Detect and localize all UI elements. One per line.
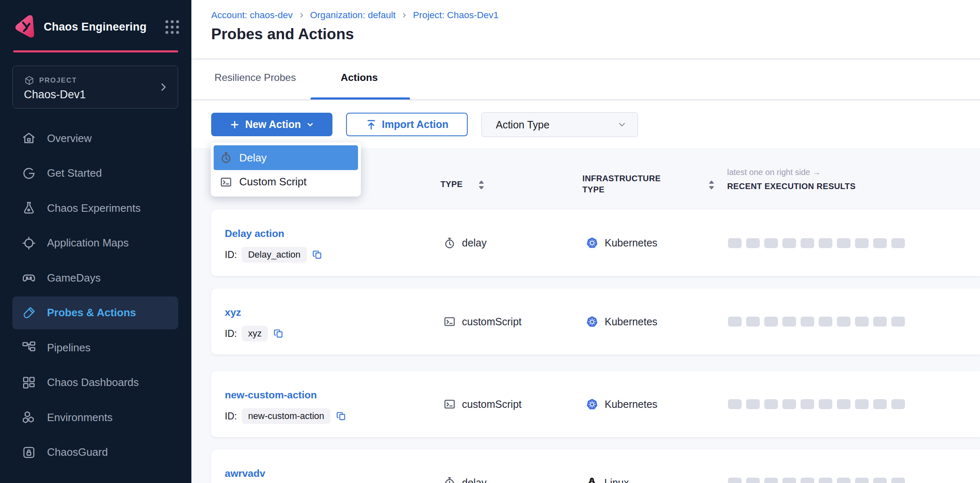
menu-item-delay[interactable]: Delay — [214, 145, 358, 170]
action-name-link[interactable]: awrvadv — [225, 468, 265, 479]
sidebar-item-application-maps[interactable]: Application Maps — [0, 226, 191, 261]
main-content: Account: chaos-dev Organization: default… — [191, 0, 980, 483]
new-action-menu: Delay Custom Script — [211, 142, 361, 197]
execution-result-placeholder — [855, 317, 869, 327]
linux-icon — [586, 476, 598, 483]
sidebar-item-environments[interactable]: Environments — [0, 400, 191, 435]
infrastructure-cell: Kubernetes — [586, 289, 657, 355]
execution-result-placeholder — [801, 238, 814, 248]
sidebar-item-label: Get Started — [47, 167, 102, 180]
type-cell: delay — [443, 450, 487, 483]
execution-result-placeholder — [837, 478, 850, 483]
infrastructure-cell: Kubernetes — [586, 371, 657, 437]
gamepad-icon — [21, 270, 36, 285]
terminal-icon — [220, 176, 232, 188]
home-icon — [21, 131, 36, 146]
flask-icon — [21, 201, 36, 215]
sidebar-item-label: ChaosGuard — [47, 446, 108, 459]
copy-icon[interactable] — [273, 328, 284, 339]
chevron-down-icon — [306, 121, 314, 129]
execution-result-placeholder — [819, 478, 832, 483]
table-row: Delay action ID: Delay_action delay Kube… — [211, 210, 980, 276]
breadcrumb-account-link[interactable]: Account: chaos-dev — [211, 10, 293, 21]
action-type-select[interactable]: Action Type — [481, 112, 638, 137]
chevron-right-icon — [158, 82, 169, 92]
execution-result-placeholder — [873, 238, 887, 248]
execution-result-placeholder — [873, 317, 887, 327]
tab-actions[interactable]: Actions — [341, 72, 378, 83]
action-id-value: xyz — [242, 326, 268, 341]
execution-result-placeholder — [801, 399, 814, 409]
plus-icon — [229, 119, 240, 130]
stopwatch-icon — [443, 476, 456, 483]
execution-result-placeholder — [819, 238, 832, 248]
execution-result-placeholder — [764, 317, 778, 327]
recent-execution-results — [728, 238, 905, 248]
sidebar-item-chaos-experiments[interactable]: Chaos Experiments — [0, 191, 191, 226]
copy-icon[interactable] — [312, 249, 323, 260]
tab-resilience-probes[interactable]: Resilience Probes — [214, 72, 296, 83]
execution-result-placeholder — [746, 478, 760, 483]
sidebar-item-label: Chaos Experiments — [47, 202, 141, 215]
sidebar-item-get-started[interactable]: Get Started — [0, 156, 191, 191]
copy-icon[interactable] — [335, 411, 346, 422]
project-label: PROJECT — [39, 76, 77, 85]
execution-result-placeholder — [801, 317, 814, 327]
breadcrumb-project-link[interactable]: Project: Chaos-Dev1 — [413, 10, 499, 21]
shield-lock-icon — [21, 445, 36, 460]
execution-result-placeholder — [873, 478, 887, 483]
type-value: customScript — [462, 316, 521, 328]
brand-accent-underline — [13, 50, 178, 52]
action-name-link[interactable]: Delay action — [225, 228, 284, 239]
sidebar: Chaos Engineering PROJECT Chaos-Dev1 Ove… — [0, 0, 191, 483]
sidebar-item-probes-and-actions[interactable]: Probes & Actions — [0, 296, 191, 331]
execution-result-placeholder — [855, 399, 869, 409]
action-name-link[interactable]: new-custom-action — [225, 389, 317, 401]
sidebar-item-chaos-dashboards[interactable]: Chaos Dashboards — [0, 365, 191, 400]
kubernetes-icon — [586, 315, 598, 328]
sort-type-button[interactable] — [476, 179, 487, 192]
sort-infrastructure-button[interactable] — [706, 179, 717, 192]
chaos-engineering-logo-icon[interactable] — [14, 15, 37, 38]
sidebar-item-chaosguard[interactable]: ChaosGuard — [0, 435, 191, 470]
execution-result-placeholder — [746, 399, 760, 409]
menu-item-custom-script[interactable]: Custom Script — [214, 170, 358, 194]
execution-result-placeholder — [891, 317, 905, 327]
chevron-right-icon — [298, 12, 305, 19]
execution-result-placeholder — [837, 238, 850, 248]
sidebar-item-gamedays[interactable]: GameDays — [0, 260, 191, 296]
import-action-button[interactable]: Import Action — [346, 113, 468, 136]
test-tube-icon — [21, 305, 36, 320]
kubernetes-icon — [586, 398, 598, 411]
tab-bar: Resilience Probes Actions — [191, 59, 980, 99]
infrastructure-value: Kubernetes — [605, 398, 657, 410]
action-id-value: new-custom-action — [242, 408, 330, 424]
execution-result-placeholder — [782, 478, 796, 483]
infrastructure-cell: Kubernetes — [586, 210, 657, 276]
type-cell: customScript — [443, 371, 521, 437]
new-action-button[interactable]: New Action — [211, 113, 332, 136]
project-name: Chaos-Dev1 — [24, 88, 86, 101]
tabs-divider — [191, 99, 980, 100]
infrastructure-value: Kubernetes — [605, 237, 657, 249]
module-grid-icon[interactable] — [165, 20, 179, 34]
stopwatch-icon — [443, 237, 456, 249]
chevron-right-icon — [401, 12, 408, 19]
sort-icon — [476, 179, 486, 191]
type-value: customScript — [462, 398, 521, 410]
type-cell: delay — [443, 210, 487, 276]
execution-result-placeholder — [837, 317, 850, 327]
recent-execution-results — [728, 399, 905, 409]
table-row: awrvadv ID: delay Linux — [211, 450, 980, 483]
sidebar-item-label: Overview — [47, 132, 92, 145]
action-name-link[interactable]: xyz — [225, 307, 241, 318]
infrastructure-value: Kubernetes — [605, 316, 657, 328]
project-selector[interactable]: PROJECT Chaos-Dev1 — [12, 66, 178, 109]
breadcrumb-organization-link[interactable]: Organization: default — [310, 10, 396, 21]
crosshair-icon — [21, 236, 36, 251]
table-row: xyz ID: xyz customScript Kubernetes — [211, 289, 980, 355]
execution-result-placeholder — [855, 238, 869, 248]
sidebar-item-overview[interactable]: Overview — [0, 121, 191, 156]
sidebar-item-pipelines[interactable]: Pipelines — [0, 330, 191, 365]
sidebar-item-label: Pipelines — [47, 341, 91, 354]
